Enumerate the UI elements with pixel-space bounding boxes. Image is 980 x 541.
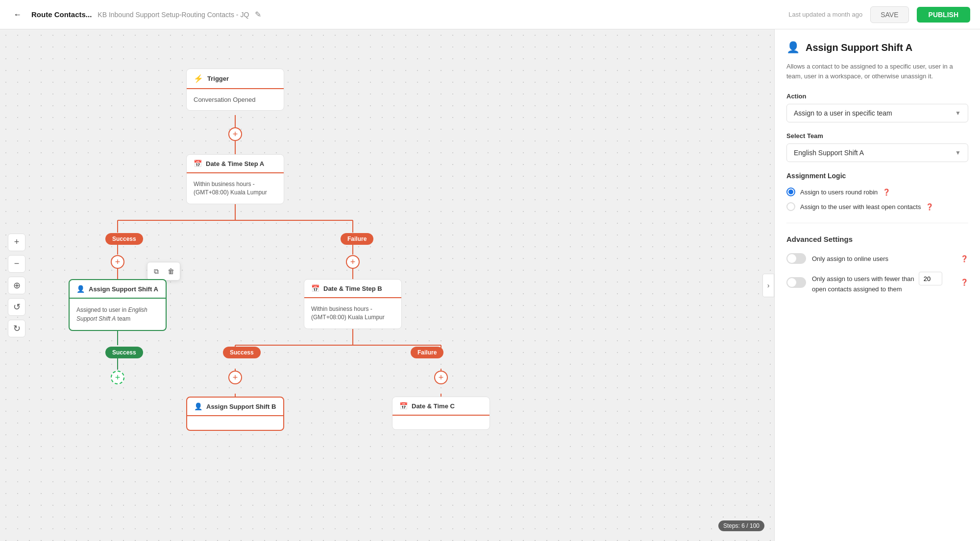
fewer-contacts-toggle[interactable]	[786, 277, 806, 288]
zoom-out-button[interactable]: −	[8, 255, 25, 273]
datetime-a-label: Date & Time Step A	[206, 160, 264, 167]
datetime-b-header: 📅 Date & Time Step B	[304, 280, 401, 298]
delete-node-button[interactable]: 🗑	[164, 264, 178, 278]
fewer-contacts-toggle-row: Only assign to users with fewer than ope…	[786, 272, 968, 293]
datetime-c-icon: 📅	[399, 402, 408, 410]
datetime-c-label: Date & Time C	[412, 402, 455, 410]
assign-a-body-suffix: team	[116, 315, 130, 322]
trigger-node: ⚡ Trigger Conversation Opened	[186, 69, 284, 111]
datetime-a-header: 📅 Date & Time Step A	[187, 155, 284, 173]
online-users-toggle[interactable]	[786, 253, 806, 264]
save-button[interactable]: SAVE	[870, 6, 908, 23]
node-actions-assign-a: ⧉ 🗑	[147, 262, 180, 281]
assign-b-header: 👤 Assign Support Shift B	[187, 398, 283, 416]
success-badge-2: Success	[223, 347, 261, 358]
radio-round-robin[interactable]: Assign to users round robin ❓	[786, 188, 968, 196]
add-below-success2[interactable]: +	[228, 371, 242, 384]
copy-node-button[interactable]: ⧉	[149, 264, 163, 278]
datetime-b-body: Within business hours - (GMT+08:00) Kual…	[304, 298, 401, 329]
assign-b-label: Assign Support Shift B	[206, 403, 276, 410]
canvas[interactable]: + − ⊕ ↺ ↻ ›	[0, 29, 774, 541]
datetime-a-icon: 📅	[194, 160, 202, 167]
trigger-label: Trigger	[207, 75, 229, 82]
assign-a-body-prefix: Assigned to user in	[76, 306, 128, 313]
select-team-label: Select Team	[786, 132, 968, 140]
failure-badge-right: Failure	[341, 233, 373, 245]
least-open-help-icon[interactable]: ❓	[926, 203, 933, 211]
assign-b-node: 👤 Assign Support Shift B	[186, 397, 284, 431]
failure-badge: Failure	[341, 233, 373, 245]
radio-round-robin-label: Assign to users round robin	[800, 188, 878, 196]
panel-description: Allows a contact to be assigned to a spe…	[786, 62, 968, 81]
datetime-b-icon: 📅	[311, 284, 319, 292]
page-title: Route Contacts...	[31, 10, 92, 19]
team-chevron-icon: ▼	[955, 149, 961, 156]
redo-button[interactable]: ↻	[8, 320, 25, 337]
add-dashed-below-success[interactable]: +	[111, 371, 124, 384]
online-users-help-icon[interactable]: ❓	[960, 255, 968, 262]
assign-a-icon: 👤	[76, 285, 85, 293]
radio-least-open[interactable]: Assign to the user with least open conta…	[786, 202, 968, 211]
add-after-failure-right[interactable]: +	[346, 255, 360, 269]
add-circle-success-left[interactable]: +	[111, 255, 124, 269]
fewer-contacts-prefix: Only assign to users with fewer than	[812, 275, 914, 282]
add-below-failure2[interactable]: +	[434, 371, 448, 384]
center-button[interactable]: ⊕	[8, 277, 25, 294]
assign-b-body	[187, 416, 283, 430]
add-circle-trigger[interactable]: +	[228, 127, 242, 141]
fewer-contacts-help-icon[interactable]: ❓	[960, 279, 968, 286]
panel-header: 👤 Assign Support Shift A	[786, 41, 968, 54]
add-circle-success2[interactable]: +	[228, 371, 242, 384]
collapse-panel-button[interactable]: ›	[762, 274, 774, 297]
zoom-in-button[interactable]: +	[8, 234, 25, 251]
failure-badge-2: Failure	[411, 347, 443, 358]
divider	[786, 223, 968, 223]
add-circle-failure-right[interactable]: +	[346, 255, 360, 269]
add-circle-green[interactable]: +	[111, 371, 124, 384]
header: ← Route Contacts... KB Inbound Support S…	[0, 0, 980, 29]
round-robin-help-icon[interactable]: ❓	[882, 188, 890, 196]
add-after-trigger[interactable]: +	[228, 127, 242, 141]
datetime-a-node: 📅 Date & Time Step A Within business hou…	[186, 154, 284, 204]
header-left: ← Route Contacts... KB Inbound Support S…	[10, 7, 261, 23]
action-select-value: Assign to a user in specific team	[794, 109, 892, 117]
canvas-toolbar: + − ⊕ ↺ ↻	[8, 234, 25, 337]
success-badge-green: Success	[105, 347, 143, 358]
add-circle-failure2[interactable]: +	[434, 371, 448, 384]
assign-b-icon: 👤	[194, 402, 202, 410]
trigger-node-body: Conversation Opened	[187, 89, 284, 110]
radio-least-open-circle[interactable]	[786, 202, 795, 211]
last-updated-text: Last updated a month ago	[788, 11, 862, 18]
online-users-toggle-label: Only assign to online users	[812, 255, 955, 262]
assign-a-node: 👤 Assign Support Shift A Assigned to use…	[69, 279, 167, 331]
back-button[interactable]: ←	[10, 7, 25, 23]
action-select[interactable]: Assign to a user in specific team ▼	[786, 104, 968, 122]
open-contacts-number-input[interactable]	[919, 272, 942, 285]
datetime-c-body	[392, 416, 490, 429]
radio-round-robin-circle[interactable]	[786, 188, 795, 196]
undo-button[interactable]: ↺	[8, 298, 25, 316]
right-panel: 👤 Assign Support Shift A Allows a contac…	[774, 29, 980, 541]
trigger-node-header: ⚡ Trigger	[187, 69, 284, 89]
datetime-b-label: Date & Time Step B	[323, 285, 382, 292]
back-icon: ←	[14, 10, 22, 19]
team-select[interactable]: English Support Shift A ▼	[786, 143, 968, 162]
publish-button[interactable]: PUBLISH	[917, 7, 970, 23]
edit-icon[interactable]: ✎	[255, 10, 261, 19]
collapse-icon: ›	[767, 282, 770, 289]
breadcrumb: KB Inbound Support Setup-Routing Contact…	[98, 11, 249, 19]
add-after-success-left[interactable]: +	[111, 255, 124, 269]
team-select-value: English Support Shift A	[794, 149, 864, 157]
datetime-a-body: Within business hours - (GMT+08:00) Kual…	[187, 173, 284, 204]
success-badge-left: Success	[105, 233, 143, 245]
main-layout: + − ⊕ ↺ ↻ ›	[0, 0, 980, 541]
trigger-icon: ⚡	[194, 74, 203, 83]
open-contacts-suffix: open contacts assigned to them	[812, 285, 902, 293]
success-badge: Success	[105, 233, 143, 245]
success-badge-2: Success	[223, 347, 261, 358]
header-right: Last updated a month ago SAVE PUBLISH	[788, 6, 970, 23]
assignment-logic-radio-group: Assign to users round robin ❓ Assign to …	[786, 188, 968, 211]
assign-a-body: Assigned to user in English Support Shif…	[70, 299, 166, 330]
assign-a-header: 👤 Assign Support Shift A	[70, 280, 166, 299]
radio-least-open-label: Assign to the user with least open conta…	[800, 203, 921, 211]
